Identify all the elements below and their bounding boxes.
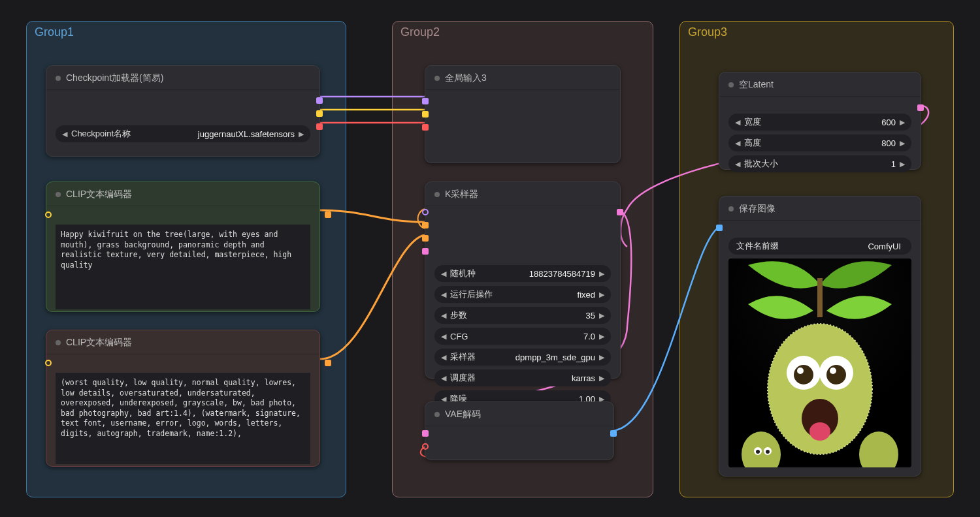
port-out-latent[interactable]: [617, 209, 623, 215]
node-canvas[interactable]: Group1 Group2 Group3 Checkpoint加载器(简易): [0, 0, 980, 517]
checkpoint-name-widget[interactable]: ◀ Checkpoint名称 juggernautXL.safetensors …: [56, 125, 310, 142]
port-in-model[interactable]: [422, 209, 429, 215]
svg-point-7: [797, 368, 804, 374]
width-widget[interactable]: ◀宽度600▶: [728, 114, 911, 131]
sampler-widget[interactable]: ◀采样器dpmpp_3m_sde_gpu▶: [434, 349, 611, 366]
scheduler-widget[interactable]: ◀调度器karras▶: [434, 369, 611, 386]
node-dot-icon: [434, 192, 440, 197]
node-title: VAE解码: [445, 409, 481, 420]
chevron-right-icon: ▶: [299, 130, 304, 138]
port-in-positive[interactable]: [422, 222, 429, 228]
node-title: Checkpoint加载器(简易): [66, 72, 163, 84]
svg-point-8: [830, 368, 836, 374]
preview-illustration-icon: [742, 258, 898, 467]
seed-widget[interactable]: ◀随机种18823784584719▶: [434, 265, 611, 282]
node-dot-icon: [728, 82, 734, 87]
svg-point-10: [809, 422, 830, 441]
group-3-label: Group3: [688, 25, 727, 39]
port-out-conditioning[interactable]: [325, 360, 331, 366]
positive-prompt-input[interactable]: [56, 225, 310, 309]
port-in-clip[interactable]: [45, 212, 52, 218]
node-empty-latent[interactable]: 空Latent ◀宽度600▶ ◀高度800▶ ◀批次大小1▶: [719, 72, 921, 170]
group-2-label: Group2: [400, 25, 440, 39]
node-clip-positive[interactable]: CLIP文本编码器: [46, 181, 320, 312]
svg-point-6: [826, 365, 846, 384]
port-out-clip[interactable]: [316, 110, 323, 117]
node-dot-icon: [434, 412, 440, 417]
after-generate-widget[interactable]: ◀运行后操作fixed▶: [434, 286, 611, 303]
node-save-image[interactable]: 保存图像 文件名前缀 ComfyUI: [719, 196, 921, 477]
port-in-model[interactable]: [422, 98, 429, 104]
node-title: K采样器: [445, 189, 478, 200]
node-vae-decode[interactable]: VAE解码: [425, 401, 614, 460]
group-1-label: Group1: [35, 25, 74, 39]
chevron-left-icon: ◀: [62, 130, 67, 138]
port-in-vae[interactable]: [422, 124, 429, 131]
port-in-vae[interactable]: [422, 443, 429, 450]
node-dot-icon: [728, 206, 734, 212]
port-in-clip[interactable]: [45, 360, 52, 366]
port-in-clip[interactable]: [422, 111, 429, 118]
node-checkpoint-loader[interactable]: Checkpoint加载器(简易) ◀ Checkpoint名称 juggern…: [46, 65, 320, 157]
node-global-input[interactable]: 全局输入3: [425, 65, 621, 163]
port-in-negative[interactable]: [422, 235, 429, 242]
negative-prompt-input[interactable]: [56, 373, 310, 464]
port-in-latent[interactable]: [422, 248, 429, 255]
node-dot-icon: [56, 340, 61, 345]
checkpoint-name-label: Checkpoint名称: [67, 128, 131, 140]
batch-widget[interactable]: ◀批次大小1▶: [728, 155, 911, 172]
port-out-latent[interactable]: [917, 104, 924, 111]
node-dot-icon: [56, 76, 61, 81]
node-title: 保存图像: [739, 203, 776, 215]
port-out-vae[interactable]: [316, 123, 323, 130]
port-out-image[interactable]: [610, 430, 617, 437]
port-in-images[interactable]: [716, 225, 723, 231]
checkpoint-name-value: juggernautXL.safetensors: [198, 129, 299, 139]
port-out-model[interactable]: [316, 97, 323, 104]
svg-point-5: [794, 365, 813, 384]
node-title: 空Latent: [739, 79, 774, 91]
output-preview[interactable]: [728, 258, 911, 467]
steps-widget[interactable]: ◀步数35▶: [434, 307, 611, 324]
node-ksampler[interactable]: K采样器 ◀随机种18823784584719▶ ◀运行后操作fixed▶ ◀步…: [425, 181, 621, 379]
height-widget[interactable]: ◀高度800▶: [728, 134, 911, 151]
node-dot-icon: [434, 76, 440, 81]
svg-point-12: [859, 431, 898, 467]
node-title: 全局输入3: [445, 72, 487, 84]
svg-point-15: [756, 450, 760, 454]
svg-rect-0: [817, 278, 823, 317]
filename-prefix-widget[interactable]: 文件名前缀 ComfyUI: [728, 238, 911, 255]
node-title: CLIP文本编码器: [66, 189, 132, 200]
svg-point-16: [766, 450, 770, 454]
node-title: CLIP文本编码器: [66, 337, 132, 349]
node-dot-icon: [56, 192, 61, 197]
node-clip-negative[interactable]: CLIP文本编码器: [46, 330, 320, 467]
port-in-samples[interactable]: [422, 430, 429, 437]
cfg-widget[interactable]: ◀CFG7.0▶: [434, 328, 611, 345]
port-out-conditioning[interactable]: [325, 212, 331, 218]
